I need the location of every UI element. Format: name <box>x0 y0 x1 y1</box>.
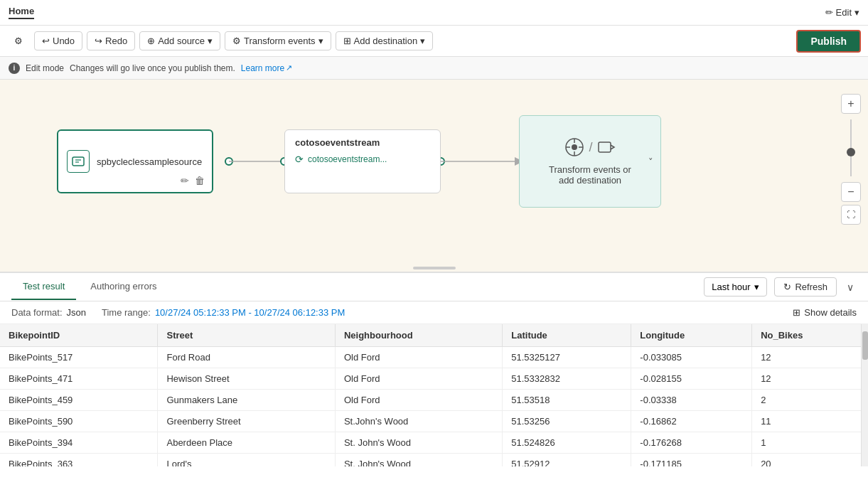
table-row: BikePoints_471Hewison StreetOld Ford51.5… <box>0 368 868 390</box>
title-bar-left: Home <box>9 6 34 19</box>
table-cell: 11 <box>752 411 868 432</box>
add-source-button[interactable]: ⊕ Add source ▾ <box>139 31 220 50</box>
col-header-street: Street <box>158 324 335 347</box>
toolbar: ⚙ ↩ Undo ↪ Redo ⊕ Add source ▾ ⚙ Transfo… <box>0 26 868 57</box>
table-cell: 2 <box>752 390 868 411</box>
edit-button[interactable]: ✏ Edit ▾ <box>825 7 859 18</box>
redo-button[interactable]: ↪ Redo <box>87 31 135 50</box>
delete-node-button[interactable]: 🗑 <box>195 175 205 186</box>
tabs-row: Test result Authoring errors Last hour ▾… <box>0 273 868 301</box>
table-row: BikePoints_590Greenberry StreetSt.John's… <box>0 411 868 432</box>
table-cell: Ford Road <box>158 347 335 368</box>
edit-banner: i Edit mode Changes will go live once yo… <box>0 57 868 80</box>
canvas-scrollbar[interactable] <box>0 264 868 272</box>
bottom-panel: Test result Authoring errors Last hour ▾… <box>0 272 868 466</box>
title-bar-right: ✏ Edit ▾ <box>825 7 859 18</box>
edit-mode-sub: Changes will go live once you publish th… <box>70 63 235 73</box>
title-bar: Home ✏ Edit ▾ <box>0 0 868 26</box>
data-table-container: BikepointID Street Neighbourhood Latitud… <box>0 324 868 466</box>
zoom-thumb <box>847 148 855 156</box>
table-cell: 51.52912 <box>503 454 631 467</box>
table-cell: St. John's Wood <box>335 432 502 454</box>
table-cell: St.John's Wood <box>335 411 502 432</box>
table-cell: -0.176268 <box>631 432 752 454</box>
table-header-row: BikepointID Street Neighbourhood Latitud… <box>0 324 868 347</box>
refresh-icon: ↻ <box>783 282 791 292</box>
zoom-slider[interactable] <box>850 119 852 176</box>
col-header-neighbourhood: Neighbourhood <box>335 324 502 347</box>
publish-button[interactable]: Publish <box>796 30 861 53</box>
table-cell: BikePoints_590 <box>0 411 158 432</box>
table-row: BikePoints_459Gunmakers LaneOld Ford51.5… <box>0 390 868 411</box>
table-cell: St. John's Wood <box>335 454 502 467</box>
slash-separator: / <box>589 140 592 155</box>
zoom-fit-button[interactable]: ⛶ <box>841 205 861 225</box>
destination-node[interactable]: / Transform events or add destination ˅ <box>519 115 661 208</box>
external-link-icon: ↗ <box>286 63 292 73</box>
table-cell: 51.53518 <box>503 390 631 411</box>
redo-icon: ↪ <box>95 36 102 46</box>
tab-authoring-errors[interactable]: Authoring errors <box>79 274 168 300</box>
svg-rect-0 <box>73 157 84 166</box>
info-icon: i <box>9 63 20 74</box>
data-info-row: Data format: Json Time range: 10/27/24 0… <box>0 301 868 324</box>
zoom-controls: + − ⛶ <box>841 94 861 225</box>
table-cell: 51.524826 <box>503 432 631 454</box>
settings-button[interactable]: ⚙ <box>7 32 30 50</box>
home-tab[interactable]: Home <box>9 6 34 19</box>
table-cell: Old Ford <box>335 347 502 368</box>
trash-icon: 🗑 <box>195 175 205 186</box>
undo-icon: ↩ <box>42 36 50 46</box>
transform-events-button[interactable]: ⚙ Transform events ▾ <box>225 31 331 50</box>
time-range-dropdown[interactable]: Last hour ▾ <box>704 277 767 296</box>
source-icon <box>67 150 90 173</box>
zoom-out-button[interactable]: − <box>841 182 861 202</box>
node-actions: ✏ 🗑 <box>181 175 205 186</box>
col-header-no-bikes: No_Bikes <box>752 324 868 347</box>
table-cell: Gunmakers Lane <box>158 390 335 411</box>
table-cell: -0.16862 <box>631 411 752 432</box>
svg-rect-15 <box>599 142 611 152</box>
tab-test-result[interactable]: Test result <box>11 274 76 300</box>
chevron-down-icon: ▾ <box>208 36 213 46</box>
learn-more-link[interactable]: Learn more ↗ <box>241 63 292 73</box>
undo-button[interactable]: ↩ Undo <box>34 31 82 50</box>
table-cell: Hewison Street <box>158 368 335 390</box>
pencil-icon: ✏ <box>825 7 833 18</box>
table-cell: BikePoints_363 <box>0 454 158 467</box>
svg-point-10 <box>572 144 577 150</box>
data-format-value: Json <box>67 307 86 318</box>
source-node[interactable]: spbycleclessamplesource ✏ 🗑 <box>57 129 213 193</box>
flow-area: spbycleclessamplesource ✏ 🗑 <box>0 80 868 264</box>
add-destination-button[interactable]: ⊞ Add destination ▾ <box>336 31 434 50</box>
table-row: BikePoints_517Ford RoadOld Ford51.532512… <box>0 347 868 368</box>
stream-node[interactable]: cotosoeventstream ⟳ cotosoeventstream... <box>284 129 441 193</box>
time-range-label: Time range: <box>102 307 151 318</box>
table-cell: Greenberry Street <box>158 411 335 432</box>
zoom-in-button[interactable]: + <box>841 94 861 114</box>
stream-node-content-label: cotosoeventstream... <box>308 154 387 164</box>
scrollbar-thumb <box>413 267 456 269</box>
table-cell: BikePoints_471 <box>0 368 158 390</box>
edit-node-button[interactable]: ✏ <box>181 175 189 186</box>
stream-icon: ⟳ <box>295 154 304 165</box>
expand-panel-button[interactable]: ∨ <box>844 279 857 296</box>
refresh-button[interactable]: ↻ Refresh <box>774 277 837 296</box>
data-format-label: Data format: <box>11 307 63 318</box>
show-details-button[interactable]: ⊞ Show details <box>793 307 857 318</box>
svg-point-3 <box>225 158 232 165</box>
destination-icons: / <box>564 137 615 157</box>
table-cell: -0.03338 <box>631 390 752 411</box>
table-cell: Old Ford <box>335 390 502 411</box>
destination-icon: ⊞ <box>343 36 351 46</box>
destination-text: Transform events or add destination <box>549 164 631 186</box>
col-header-bikepointid: BikepointID <box>0 324 158 347</box>
table-cell: 51.5332832 <box>503 368 631 390</box>
col-header-longitude: Longitude <box>631 324 752 347</box>
toolbar-left: ⚙ ↩ Undo ↪ Redo ⊕ Add source ▾ ⚙ Transfo… <box>7 31 433 50</box>
chevron-down-icon: ▾ <box>318 36 323 46</box>
chevron-down-icon: ▾ <box>754 282 759 292</box>
table-scrollbar[interactable] <box>861 324 868 466</box>
chevron-down-icon: ˅ <box>648 156 653 167</box>
table-cell: Aberdeen Place <box>158 432 335 454</box>
